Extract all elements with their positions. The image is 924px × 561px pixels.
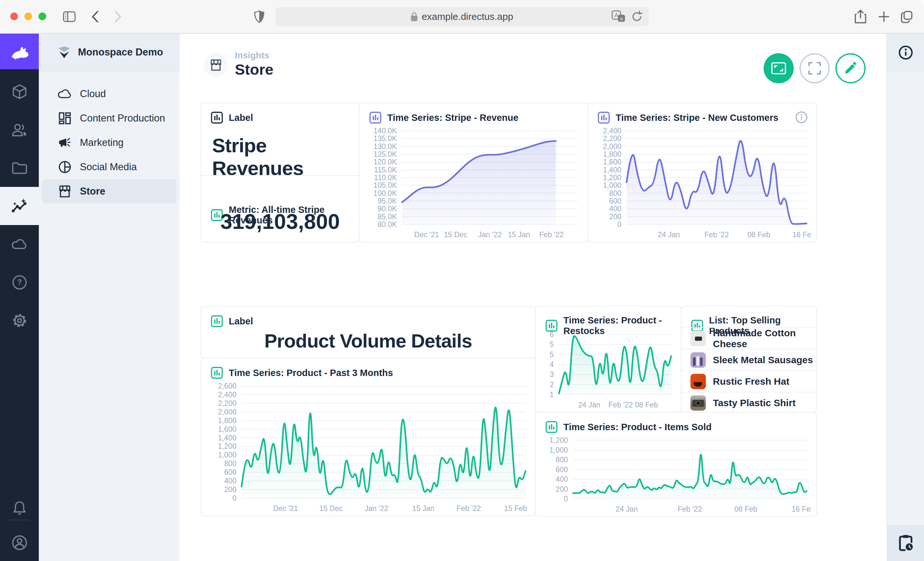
svg-text:1,200: 1,200 [218, 442, 237, 450]
user-menu-button[interactable] [0, 524, 39, 561]
svg-text:Dec '21: Dec '21 [414, 230, 439, 239]
address-bar[interactable]: example.directus.app Aa [275, 7, 649, 26]
sidebar-toggle-icon[interactable] [61, 8, 78, 25]
list-item[interactable]: Sleek Metal Sausages [681, 349, 816, 370]
zoom-window-button[interactable] [39, 12, 46, 20]
svg-text:2,000: 2,000 [603, 142, 621, 151]
nav-item-cloud[interactable]: Cloud [42, 82, 177, 106]
svg-text:08 Feb: 08 Feb [747, 230, 771, 239]
svg-text:24 Jan: 24 Jan [616, 505, 638, 513]
reload-icon[interactable] [632, 10, 642, 23]
svg-text:2,200: 2,200 [603, 134, 621, 143]
product-thumbnail [690, 352, 706, 368]
shield-icon[interactable] [251, 8, 268, 25]
insights-icon [11, 198, 28, 214]
activity-sidebar-button[interactable] [887, 525, 924, 561]
panel-header: Time Series: Product - Items Sold [563, 422, 712, 432]
back-icon[interactable] [87, 8, 103, 25]
past-3-months-chart[interactable]: 2,6002,4002,2002,0001,8001,6001,4001,200… [206, 381, 530, 513]
module-help[interactable]: ? [0, 263, 39, 301]
restocks-chart[interactable]: 655432124 JanFeb '2208 Feb [540, 329, 676, 410]
new-tab-icon[interactable] [876, 8, 892, 25]
svg-text:15 Feb: 15 Feb [504, 504, 527, 513]
nav-item-store-active[interactable]: Store [42, 179, 177, 203]
svg-text:1,400: 1,400 [603, 166, 621, 174]
panel-label-stripe: Label Stripe Revenues Metric: All-time S… [201, 103, 360, 242]
svg-text:120.0K: 120.0K [374, 158, 397, 166]
close-window-button[interactable] [10, 12, 18, 20]
svg-text:5: 5 [550, 340, 554, 349]
svg-text:Feb '22: Feb '22 [609, 401, 633, 409]
share-icon[interactable] [852, 8, 869, 25]
nav-item-marketing[interactable]: Marketing [42, 130, 177, 155]
svg-text:400: 400 [609, 205, 621, 213]
module-cloud[interactable] [0, 225, 39, 263]
label-text: Stripe Revenues [212, 134, 359, 180]
stripe-revenue-chart[interactable]: 140.0K135.0K130.0K125.0K120.0K115.0K110.… [364, 126, 582, 240]
fullscreen-icon [808, 62, 821, 75]
panel-restocks: Time Series: Product - Restocks 65543212… [535, 306, 681, 413]
grid-icon [57, 111, 72, 126]
right-sidebar [886, 34, 924, 561]
tab-overview-icon[interactable] [898, 8, 915, 25]
nav-item-label: Store [80, 186, 105, 197]
svg-text:15 Jan: 15 Jan [412, 504, 434, 513]
nav-item-content-production[interactable]: Content Production [42, 106, 177, 130]
svg-text:4: 4 [550, 361, 554, 369]
svg-text:5: 5 [550, 350, 554, 359]
lock-icon [411, 12, 418, 21]
bar-chart-icon [211, 315, 223, 327]
info-icon[interactable] [795, 111, 808, 125]
new-customers-chart[interactable]: 2,4002,2002,0001,8001,6001,4001,2001,000… [592, 126, 811, 240]
notifications-button[interactable] [0, 489, 39, 527]
translate-icon[interactable]: Aa [612, 10, 626, 23]
project-switcher[interactable]: Monospace Demo [39, 34, 180, 72]
svg-text:2: 2 [550, 380, 554, 389]
module-users[interactable] [0, 111, 39, 149]
product-name: Rustic Fresh Hat [713, 376, 789, 387]
forward-icon[interactable] [110, 8, 126, 25]
svg-text:2,600: 2,600 [218, 382, 237, 390]
module-insights-active[interactable] [0, 187, 39, 225]
info-sidebar-button[interactable] [887, 34, 924, 72]
avatar-icon [12, 535, 28, 551]
svg-text:15 Dec: 15 Dec [444, 230, 468, 239]
svg-text:0: 0 [232, 494, 237, 502]
panel-header: Label [229, 112, 253, 123]
product-thumbnail [690, 331, 706, 346]
svg-text:2,000: 2,000 [218, 408, 237, 416]
list-item[interactable]: Handmade Cotton Cheese [681, 327, 816, 349]
svg-text:1,400: 1,400 [218, 434, 237, 442]
info-icon [898, 45, 914, 60]
panel-new-customers: Time Series: Stripe - New Customers 2,40… [588, 103, 817, 242]
svg-text:1: 1 [550, 390, 554, 399]
bar-chart-icon [211, 367, 223, 379]
svg-text:15 Jan: 15 Jan [508, 230, 530, 239]
module-files[interactable] [0, 149, 39, 187]
svg-text:24 Jan: 24 Jan [658, 230, 680, 239]
svg-text:1,200: 1,200 [603, 174, 621, 182]
breadcrumb[interactable]: Insights [235, 50, 269, 61]
help-icon: ? [12, 275, 27, 290]
module-settings[interactable] [0, 301, 39, 340]
edit-button[interactable] [836, 53, 866, 83]
gear-icon [12, 313, 28, 329]
project-name: Monospace Demo [78, 46, 163, 58]
directus-logo[interactable] [0, 34, 39, 69]
present-icon [771, 62, 786, 74]
product-name: Sleek Metal Sausages [713, 355, 813, 365]
items-sold-chart[interactable]: 1,2001,000800600400200024 JanFeb '2208 F… [540, 435, 811, 514]
page-title: Store [235, 61, 273, 78]
product-thumbnail [690, 395, 706, 411]
fullscreen-button[interactable] [800, 53, 830, 83]
list-item[interactable]: Rustic Fresh Hat [681, 370, 816, 392]
present-mode-button[interactable] [764, 53, 794, 83]
module-content[interactable] [0, 72, 39, 111]
nav-item-label: Social Media [80, 161, 136, 173]
svg-text:Feb '22: Feb '22 [456, 504, 481, 513]
svg-text:1,200: 1,200 [549, 436, 568, 444]
list-item[interactable]: Tasty Plastic Shirt [681, 392, 816, 413]
minimize-window-button[interactable] [24, 12, 32, 20]
nav-item-social-media[interactable]: Social Media [42, 155, 177, 179]
cloud-module-icon [12, 239, 28, 250]
